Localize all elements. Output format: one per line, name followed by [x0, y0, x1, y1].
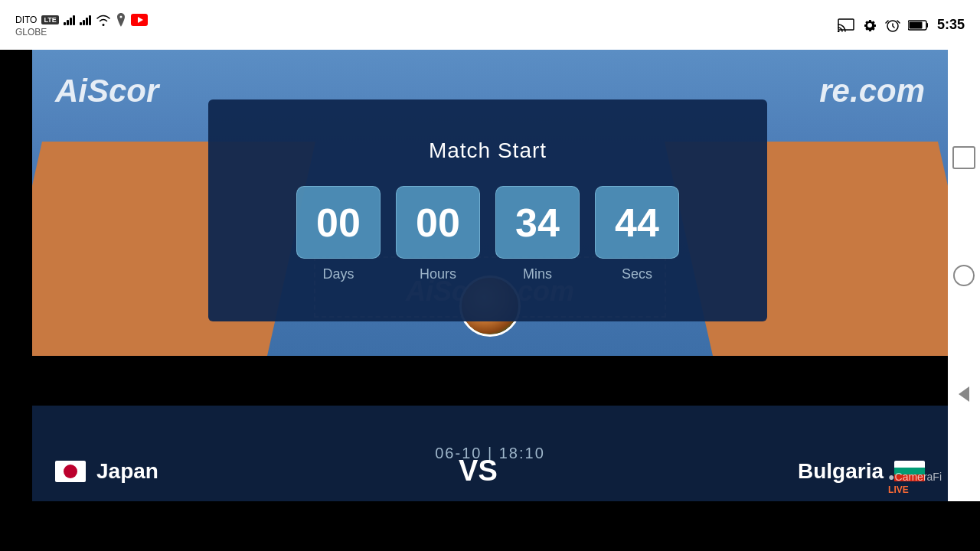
japan-flag	[55, 461, 86, 482]
circle-button[interactable]	[953, 265, 975, 286]
clock-display: 5:35	[937, 17, 965, 33]
battery-icon	[908, 20, 929, 31]
status-bar: DITO LTE	[0, 0, 980, 50]
aiscore-watermark-left: AiScor	[55, 73, 158, 109]
status-icons: 5:35	[838, 17, 965, 33]
carrier-1-label: DITO	[15, 15, 37, 25]
settings-icon	[862, 18, 877, 33]
flag-stripe-white	[894, 461, 925, 468]
svg-rect-6	[909, 21, 922, 28]
countdown-mins: 34 Mins	[495, 186, 580, 282]
square-button[interactable]	[952, 146, 975, 169]
match-start-modal: Match Start 00 Days 00 Hours 34 Mins 44 …	[208, 99, 767, 321]
secs-label: Secs	[622, 266, 652, 282]
alarm-icon	[885, 18, 900, 33]
svg-point-3	[838, 30, 840, 32]
vs-label: VS	[459, 455, 498, 487]
cast-icon	[838, 18, 854, 32]
team-left-name: Japan	[96, 459, 158, 484]
team-right-name: Bulgaria	[798, 459, 884, 484]
carrier-2-label: GLOBE	[15, 27, 148, 37]
live-badge: LIVE	[888, 484, 909, 495]
back-triangle-icon	[959, 386, 969, 402]
hours-box: 00	[396, 186, 480, 259]
days-label: Days	[322, 266, 354, 282]
phone-screen: AiScor re.com AiScore.com Match Start 00…	[32, 50, 948, 501]
countdown-secs: 44 Secs	[595, 186, 679, 282]
carrier-info: DITO LTE	[15, 13, 148, 37]
lte-badge: LTE	[41, 15, 58, 24]
youtube-icon	[131, 14, 148, 26]
countdown-hours: 00 Hours	[396, 186, 480, 282]
bottom-section: 06-10 | 18:10 Japan VS Bulgaria	[32, 406, 948, 501]
japan-flag-circle	[64, 465, 77, 478]
teams-row: Japan VS Bulgaria	[32, 455, 948, 487]
mins-box: 34	[495, 186, 580, 259]
hours-label: Hours	[420, 266, 456, 282]
signal-icon-1	[64, 15, 75, 25]
countdown-row: 00 Days 00 Hours 34 Mins 44 Secs	[296, 186, 679, 282]
modal-title: Match Start	[429, 139, 547, 163]
mins-label: Mins	[523, 266, 552, 282]
signal-icon-2	[80, 15, 91, 25]
team-left-container: Japan	[55, 459, 158, 484]
countdown-days: 00 Days	[296, 186, 381, 282]
days-box: 00	[296, 186, 381, 259]
back-button[interactable]	[952, 383, 975, 406]
nav-buttons	[948, 50, 980, 501]
aiscore-watermark-right: re.com	[819, 73, 925, 109]
location-icon	[116, 13, 126, 27]
secs-box: 44	[595, 186, 679, 259]
camerafi-watermark: ●CameraFi LIVE	[888, 471, 942, 495]
wifi-icon	[96, 14, 111, 26]
